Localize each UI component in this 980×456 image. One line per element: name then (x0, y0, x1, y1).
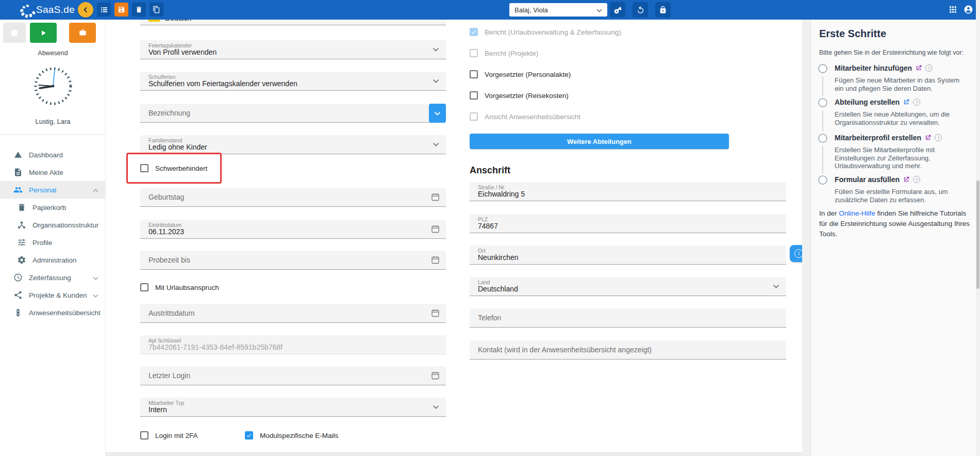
field-land[interactable]: Land Deutschland (470, 277, 786, 296)
checkbox-label: Login mit 2FA (155, 432, 198, 439)
field-familienstand[interactable]: Familienstand Ledig ohne Kinder (140, 135, 446, 154)
sidebar-item-papierkorb[interactable]: Papierkorb (0, 199, 106, 216)
help-icon[interactable]: ? (913, 176, 920, 183)
weitere-abteilungen-button[interactable]: Weitere Abteilungen (470, 134, 729, 149)
field-value: Ledig ohne Kinder (148, 143, 207, 151)
help-icon[interactable]: ? (935, 134, 942, 141)
field-placeholder: Probezeit bis (148, 256, 190, 264)
getting-started-panel: Erste Schritte Bitte gehen Sie in der Er… (810, 20, 976, 456)
sidebar-item-label: Personal (29, 186, 56, 194)
stop-timer-button[interactable] (3, 23, 26, 43)
step-connector (822, 146, 823, 173)
field-value: 7b442061-7191-4353-84ef-8591b25b768f (148, 343, 283, 351)
save-button[interactable] (114, 3, 128, 17)
sidebar-item-personal[interactable]: Personal (0, 181, 106, 199)
back-button[interactable] (78, 2, 93, 18)
copy-icon (153, 6, 160, 13)
checkbox-label: Bericht (Urlaubsverwaltung & Zeiterfassu… (485, 28, 621, 36)
bericht-urlaub-checkbox[interactable] (470, 28, 478, 36)
field-austrittsdatum[interactable]: Austrittsdatum (140, 304, 446, 323)
field-strasse[interactable]: Straße / Nr. Eichwaldring 5 (470, 182, 786, 201)
calendar-icon[interactable] (431, 371, 439, 380)
help-icon[interactable]: ? (913, 99, 920, 106)
employee-select[interactable]: Balaj, Viola (509, 3, 607, 17)
sidebar-item-projekte-kunden[interactable]: Projekte & Kunden (0, 286, 106, 304)
field-mitarbeiter-typ[interactable]: Mitarbeiter Typ Intern (140, 398, 446, 417)
field-geburtstag[interactable]: Geburtstag (140, 188, 446, 207)
mit-urlaubsanspruch-checkbox[interactable] (140, 283, 148, 291)
step-1-radio[interactable] (818, 64, 827, 73)
external-link-icon[interactable] (903, 99, 910, 106)
external-link-icon[interactable] (915, 64, 922, 72)
calendar-icon[interactable] (431, 193, 439, 201)
schwerbehindert-checkbox[interactable] (140, 164, 148, 172)
sidebar-item-profile[interactable]: Profile (0, 234, 106, 251)
page-scrollbar-thumb[interactable] (976, 181, 979, 289)
file-icon (13, 168, 23, 177)
field-placeholder: Austrittsdatum (148, 309, 194, 317)
external-link-icon[interactable] (903, 176, 910, 183)
field-value: 06.11.2023 (148, 227, 184, 236)
sidebar-item-organisationsstruktur[interactable]: Organisationsstruktur (0, 216, 106, 234)
help-icon[interactable]: ? (925, 64, 933, 72)
work-timer-button[interactable] (69, 23, 96, 43)
field-telefon[interactable]: Telefon (470, 308, 786, 328)
main-vertical-scrollbar[interactable] (802, 20, 810, 456)
checkbox-row-urlaubsanspruch: Mit Urlaubsanspruch (140, 283, 219, 292)
step-2-radio[interactable] (818, 98, 827, 107)
sidebar-item-dashboard[interactable]: Dashboard (0, 146, 106, 164)
field-letzter-login[interactable]: Letzter Login (140, 366, 446, 385)
online-hilfe-link[interactable]: Online-Hilfe (839, 209, 875, 217)
copy-button[interactable] (150, 3, 163, 17)
checkbox-row-vorgesetzter-reisekosten: Vorgesetzter (Reisekosten) (470, 91, 569, 100)
vorgesetzter-personalakte-checkbox[interactable] (470, 70, 478, 78)
step-2-title: Abteilung erstellen ? (835, 98, 920, 106)
sidebar-item-label: Organisationsstruktur (32, 221, 98, 229)
german-flag-icon (148, 20, 160, 22)
field-schulferien[interactable]: Schulferien Schulferien vom Feiertagskal… (140, 72, 446, 91)
calendar-icon[interactable] (431, 256, 439, 264)
apps-grid-icon (948, 5, 958, 14)
modulspezifische-emails-checkbox[interactable] (245, 431, 253, 439)
sidebar-item-meine-akte[interactable]: Meine Akte (0, 164, 106, 181)
undo-button[interactable] (633, 2, 648, 18)
login-2fa-checkbox[interactable] (140, 431, 148, 439)
dashboard-icon (13, 150, 23, 159)
main-horizontal-scrollbar[interactable] (106, 452, 802, 456)
list-view-button[interactable] (97, 3, 111, 17)
sidebar-item-label: Profile (32, 239, 52, 247)
bericht-projekte-checkbox[interactable] (470, 49, 478, 57)
field-feiertagskalender[interactable]: Feiertagskalender Von Profil verwenden (140, 40, 446, 59)
field-bezeichnung[interactable]: Bezeichnung (140, 104, 429, 123)
field-plz[interactable]: PLZ 74867 (470, 214, 786, 233)
chevron-down-icon (93, 274, 98, 282)
step-3-radio[interactable] (818, 134, 827, 143)
sidebar-item-administration[interactable]: Administration (0, 251, 106, 269)
field-sprache[interactable]: Deutsch (140, 20, 446, 25)
ansicht-anwesenheit-checkbox[interactable] (470, 112, 478, 121)
start-timer-button[interactable] (30, 23, 57, 43)
panel-intro: Bitte gehen Sie in der Ersteinrichtung w… (819, 49, 974, 56)
step-4-radio[interactable] (818, 175, 827, 185)
sidebar-item-zeiterfassung[interactable]: Zeiterfassung (0, 269, 106, 286)
account-button[interactable] (964, 5, 973, 17)
field-probezeit-bis[interactable]: Probezeit bis (140, 251, 446, 270)
footer-text: In der (819, 209, 839, 217)
field-ort[interactable]: Ort Neunkirchen (470, 246, 786, 265)
sidebar-user-name: Lustig, Lara (0, 118, 106, 125)
sliders-icon (17, 238, 26, 247)
delete-button[interactable] (132, 3, 146, 17)
vorgesetzter-reisekosten-checkbox[interactable] (470, 91, 478, 100)
password-key-button[interactable] (610, 2, 625, 18)
sidebar-item-label: Administration (32, 256, 77, 264)
calendar-icon[interactable] (431, 309, 439, 317)
sidebar-item-anwesenheitsuebersicht[interactable]: Anwesenheitsübersicht (0, 304, 106, 321)
lock-button[interactable] (655, 2, 671, 18)
field-eintrittsdatum[interactable]: Eintrittsdatum 06.11.2023 (140, 220, 446, 239)
bezeichnung-dropdown-button[interactable] (429, 104, 446, 123)
lock-icon (659, 6, 667, 14)
external-link-icon[interactable] (924, 134, 932, 141)
apps-menu-button[interactable] (948, 5, 958, 17)
calendar-icon[interactable] (431, 225, 439, 233)
field-kontakt[interactable]: Kontakt (wird in der Anwesenheitsübersic… (470, 340, 786, 360)
